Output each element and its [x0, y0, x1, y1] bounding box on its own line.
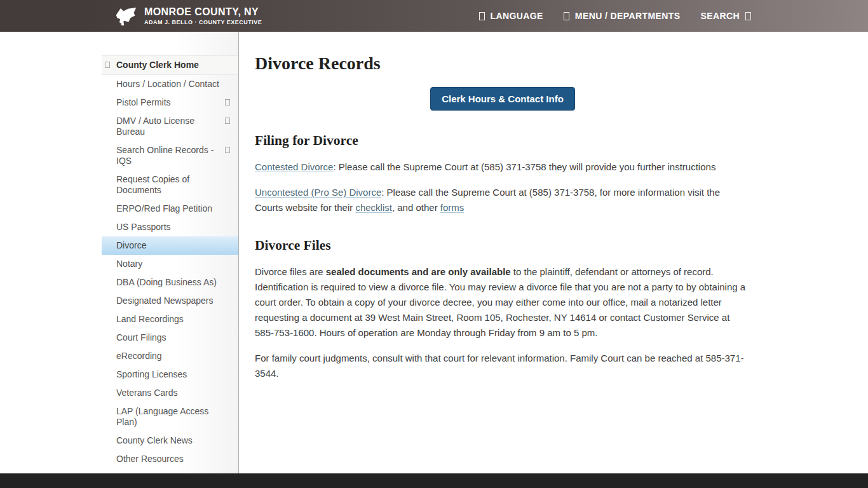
- expand-icon: [225, 99, 230, 105]
- search-icon: [745, 12, 751, 20]
- sidebar-item-label: County Clerk Home: [116, 60, 199, 70]
- sidebar-item-label: Court Filings: [116, 332, 166, 342]
- sidebar-item-county-clerk-news[interactable]: County Clerk News: [102, 431, 238, 450]
- section-heading-filing-for-divorce: Filing for Divorce: [255, 132, 868, 149]
- nav-label: SEARCH: [700, 11, 740, 21]
- sidebar-item-label: Sporting Licenses: [116, 369, 187, 379]
- sidebar-item-notary[interactable]: Notary: [102, 255, 238, 273]
- sidebar-item-dba-doing-business-as[interactable]: DBA (Doing Business As): [102, 273, 238, 292]
- link-contested-divorce[interactable]: Contested Divorce: [255, 161, 333, 172]
- sidebar-item-label: Notary: [116, 259, 142, 269]
- page-title: Divorce Records: [255, 53, 868, 74]
- sidebar-item-dmv-auto-license-bureau[interactable]: DMV / Auto License Bureau: [102, 112, 238, 141]
- sidebar-item-veterans-cards[interactable]: Veterans Cards: [102, 384, 238, 402]
- sidebar-item-label: DMV / Auto License Bureau: [116, 116, 194, 137]
- county-home-link[interactable]: MONROE COUNTY, NY ADAM J. BELLO · COUNTY…: [114, 6, 262, 26]
- sidebar-item-label: County Clerk News: [116, 435, 193, 445]
- body-area: County Clerk HomeHours / Location / Cont…: [0, 32, 868, 473]
- sidebar-item-land-recordings[interactable]: Land Recordings: [102, 310, 238, 329]
- top-header-bar: MONROE COUNTY, NY ADAM J. BELLO · COUNTY…: [0, 0, 868, 32]
- expand-icon: [225, 147, 230, 153]
- sidebar-item-label: Request Copies of Documents: [116, 174, 189, 195]
- county-logo-icon: [114, 6, 137, 26]
- sidebar-item-designated-newspapers[interactable]: Designated Newspapers: [102, 292, 238, 310]
- sidebar-item-sporting-licenses[interactable]: Sporting Licenses: [102, 365, 238, 384]
- sidebar-item-erecording[interactable]: eRecording: [102, 347, 238, 365]
- sidebar-item-label: US Passports: [116, 222, 171, 232]
- sidebar-item-divorce[interactable]: Divorce: [102, 236, 238, 255]
- nav-label: LANGUAGE: [491, 11, 543, 21]
- sidebar-item-label: DBA (Doing Business As): [116, 277, 217, 287]
- sidebar-item-label: Hours / Location / Contact: [116, 79, 219, 89]
- nav-menu-departments[interactable]: MENU / DEPARTMENTS: [564, 11, 681, 21]
- language-icon: [479, 12, 485, 20]
- sidebar-item-court-filings[interactable]: Court Filings: [102, 329, 238, 347]
- text: : Please call the Supreme Court at (585)…: [333, 161, 715, 172]
- sidebar-item-lap-language-access-plan[interactable]: LAP (Language Access Plan): [102, 402, 238, 431]
- clerk-hours-contact-button[interactable]: Clerk Hours & Contact Info: [430, 87, 575, 111]
- sidebar-nav: County Clerk HomeHours / Location / Cont…: [102, 32, 239, 473]
- footer-bar: [0, 473, 868, 488]
- sidebar-item-county-clerk-home[interactable]: County Clerk Home: [102, 55, 238, 75]
- site-title: MONROE COUNTY, NY: [144, 6, 262, 18]
- sidebar-item-label: Divorce: [116, 240, 146, 250]
- sidebar-item-us-passports[interactable]: US Passports: [102, 218, 238, 236]
- section-heading-divorce-files: Divorce Files: [255, 237, 868, 254]
- sidebar-item-label: Land Recordings: [116, 314, 184, 324]
- sidebar-item-label: eRecording: [116, 351, 162, 361]
- page: MONROE COUNTY, NY ADAM J. BELLO · COUNTY…: [0, 0, 868, 488]
- home-icon: [105, 62, 110, 68]
- sidebar-item-hours-location-contact[interactable]: Hours / Location / Contact: [102, 75, 238, 93]
- left-gutter: [0, 32, 102, 473]
- paragraph: For family court judgments, consult with…: [255, 351, 750, 381]
- expand-icon: [225, 118, 230, 124]
- site-subtitle: ADAM J. BELLO · COUNTY EXECUTIVE: [144, 19, 262, 25]
- link-forms[interactable]: forms: [440, 202, 465, 213]
- bold-text: sealed documents and are only available: [326, 266, 511, 277]
- text: For family court judgments, consult with…: [255, 353, 744, 379]
- paragraph: Divorce files are sealed documents and a…: [255, 264, 750, 341]
- top-nav: LANGUAGEMENU / DEPARTMENTSSEARCH: [479, 11, 751, 21]
- content-sections: Filing for DivorceContested Divorce: Ple…: [255, 132, 868, 381]
- link-uncontested-pro-se-divorce[interactable]: Uncontested (Pro Se) Divorce: [255, 187, 381, 198]
- main-content: Divorce Records Clerk Hours & Contact In…: [239, 32, 868, 473]
- sidebar-item-pistol-permits[interactable]: Pistol Permits: [102, 93, 238, 112]
- sidebar-item-search-online-records-iqs[interactable]: Search Online Records - IQS: [102, 141, 238, 170]
- paragraph: Contested Divorce: Please call the Supre…: [255, 159, 750, 175]
- sidebar-item-label: Veterans Cards: [116, 388, 178, 398]
- button-row: Clerk Hours & Contact Info: [255, 87, 750, 111]
- sidebar-item-label: Designated Newspapers: [116, 295, 214, 306]
- sidebar-item-label: Search Online Records - IQS: [116, 145, 214, 166]
- text: Divorce files are: [255, 266, 326, 277]
- nav-language[interactable]: LANGUAGE: [479, 11, 543, 21]
- brand-text: MONROE COUNTY, NY ADAM J. BELLO · COUNTY…: [144, 6, 262, 25]
- menu-icon: [564, 12, 569, 20]
- sidebar-item-label: Other Resources: [116, 454, 184, 464]
- paragraph: Uncontested (Pro Se) Divorce: Please cal…: [255, 185, 750, 215]
- nav-search[interactable]: SEARCH: [700, 11, 751, 21]
- sidebar-item-label: ERPO/Red Flag Petition: [116, 203, 212, 214]
- sidebar-item-erpo-red-flag-petition[interactable]: ERPO/Red Flag Petition: [102, 200, 238, 218]
- sidebar-item-label: Pistol Permits: [116, 97, 171, 107]
- text: , and other: [392, 202, 440, 213]
- link-checklist[interactable]: checklist: [355, 202, 392, 213]
- nav-label: MENU / DEPARTMENTS: [575, 11, 681, 21]
- sidebar-item-other-resources[interactable]: Other Resources: [102, 450, 238, 468]
- sidebar-item-request-copies-of-documents[interactable]: Request Copies of Documents: [102, 170, 238, 200]
- sidebar-item-label: LAP (Language Access Plan): [116, 406, 208, 427]
